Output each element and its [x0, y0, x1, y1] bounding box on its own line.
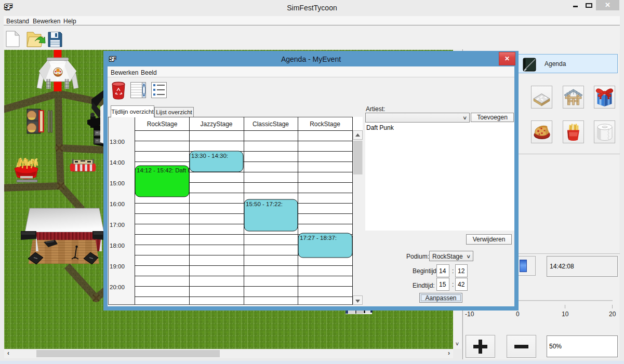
svg-text:18:00: 18:00 [110, 242, 125, 249]
svg-text:RockStage: RockStage [310, 120, 340, 128]
svg-text:16:00: 16:00 [110, 201, 125, 207]
svg-text:17:00: 17:00 [110, 222, 125, 228]
svg-text:15:00: 15:00 [110, 180, 125, 186]
svg-text:15:50 - 17:22:: 15:50 - 17:22: [246, 201, 283, 207]
svg-text:17:27 - 18:37:: 17:27 - 18:37: [300, 235, 337, 241]
svg-text:RockStage: RockStage [147, 120, 178, 128]
svg-text:19:00: 19:00 [110, 263, 125, 269]
svg-text:ClassicStage: ClassicStage [253, 120, 289, 128]
svg-text:20:00: 20:00 [110, 284, 125, 290]
svg-text:14:00: 14:00 [110, 159, 125, 166]
svg-text:JazzyStage: JazzyStage [200, 120, 232, 128]
svg-text:13:30 - 14:30:: 13:30 - 14:30: [191, 153, 228, 159]
svg-text:13:00: 13:00 [110, 139, 125, 145]
